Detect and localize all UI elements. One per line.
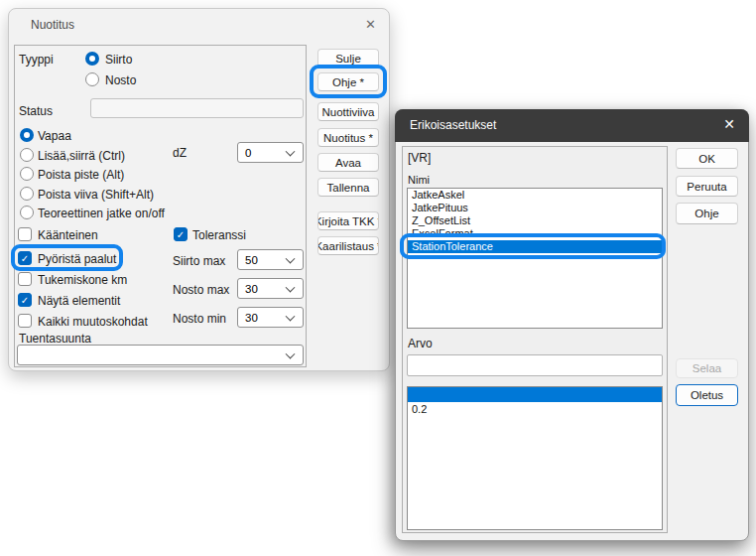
siirto-max-combobox[interactable]: 50 bbox=[237, 249, 304, 270]
arvo-input[interactable] bbox=[407, 354, 663, 376]
radio-teoreettinen-jatke-label: Teoreettinen jatke on/off bbox=[38, 207, 165, 220]
checkbox-nayta-elementit-label: Näytä elementit bbox=[38, 294, 120, 308]
radio-poista-piste-label: Poista piste (Alt) bbox=[38, 168, 124, 182]
list-item-selected[interactable]: StationTolerance bbox=[408, 240, 662, 253]
list-item[interactable]: ExcelFormat bbox=[408, 227, 662, 240]
tuentasuunta-combobox[interactable] bbox=[17, 345, 304, 365]
nuotitus-dialog: Nuotitus ✕ Tyyppi Siirto Nosto Status Va… bbox=[8, 8, 390, 371]
dialog-title: Nuotitus bbox=[31, 18, 74, 32]
ok-button[interactable]: OK bbox=[676, 148, 738, 169]
checkbox-tukemiskone-km[interactable] bbox=[18, 272, 32, 286]
checkbox-pyorista-paalut-label: Pyöristä paalut bbox=[38, 252, 116, 266]
dz-label: dZ bbox=[173, 146, 187, 160]
nosto-min-value: 30 bbox=[245, 312, 258, 324]
oletus-button[interactable]: Oletus bbox=[676, 384, 738, 406]
list-item-selected[interactable] bbox=[408, 387, 662, 402]
arvo-listbox[interactable]: 0.2 bbox=[407, 386, 663, 530]
close-icon[interactable]: ✕ bbox=[365, 17, 376, 32]
dz-value: 0 bbox=[245, 147, 251, 159]
checkbox-nayta-elementit[interactable]: ✓ bbox=[18, 293, 32, 307]
vr-section-label: [VR] bbox=[408, 151, 431, 165]
tallenna-button[interactable]: Tallenna bbox=[317, 178, 379, 197]
nuottiviiva-button[interactable]: Nuottiviiva bbox=[317, 102, 379, 121]
list-item[interactable]: JatkePituus bbox=[408, 202, 662, 214]
checkbox-pyorista-paalut[interactable]: ✓ bbox=[18, 251, 32, 265]
titlebar[interactable]: Erikoisasetukset ✕ bbox=[395, 109, 749, 142]
close-icon[interactable]: ✕ bbox=[723, 116, 735, 132]
chevron-down-icon bbox=[286, 311, 296, 321]
kaarilistaus-button[interactable]: Kaarilistaus * bbox=[317, 236, 379, 255]
chevron-down-icon bbox=[286, 348, 296, 358]
nimi-listbox[interactable]: JatkeAskel JatkePituus Z_OffsetList Exce… bbox=[407, 188, 663, 329]
checkbox-tukemiskone-km-label: Tukemiskone km bbox=[38, 273, 127, 287]
checkbox-kaikki-muutoskohdat-label: Kaikki muutoskohdat bbox=[38, 315, 148, 329]
erikoisasetukset-dialog: Erikoisasetukset ✕ [VR] Nimi JatkeAskel … bbox=[395, 109, 749, 541]
list-item[interactable]: Z_OffsetList bbox=[408, 214, 662, 227]
radio-nosto[interactable] bbox=[85, 72, 99, 86]
checkbox-kaanteinen[interactable] bbox=[18, 227, 32, 241]
tuentasuunta-label: Tuentasuunta bbox=[19, 332, 91, 346]
radio-siirto[interactable] bbox=[85, 52, 99, 66]
list-item[interactable]: 0.2 bbox=[408, 402, 662, 417]
chevron-down-icon bbox=[286, 282, 296, 292]
selaa-button: Selaa bbox=[676, 358, 738, 378]
check-icon: ✓ bbox=[177, 229, 185, 240]
siirto-max-label: Siirto max bbox=[173, 254, 225, 268]
chevron-down-icon bbox=[286, 146, 296, 156]
nuotitus-button[interactable]: Nuotitus * bbox=[317, 128, 379, 147]
radio-poista-viiva-label: Poista viiva (Shift+Alt) bbox=[38, 188, 154, 202]
nimi-label: Nimi bbox=[408, 174, 430, 186]
nosto-min-combobox[interactable]: 30 bbox=[237, 307, 304, 328]
checkbox-toleranssi-label: Toleranssi bbox=[192, 228, 246, 242]
peruuta-button[interactable]: Peruuta bbox=[676, 176, 738, 197]
radio-poista-piste[interactable] bbox=[20, 167, 34, 181]
radio-vapaa-label: Vapaa bbox=[38, 129, 71, 143]
list-item[interactable]: JatkeAskel bbox=[408, 189, 662, 202]
sulje-button[interactable]: Sulje bbox=[317, 49, 379, 68]
radio-siirto-label: Siirto bbox=[105, 53, 132, 67]
radio-lisaa-siirra[interactable] bbox=[20, 148, 34, 162]
radio-lisaa-siirra-label: Lisää,siirrä (Ctrl) bbox=[38, 149, 125, 163]
nosto-min-label: Nosto min bbox=[173, 312, 226, 326]
nosto-max-combobox[interactable]: 30 bbox=[237, 278, 304, 299]
checkbox-kaikki-muutoskohdat[interactable] bbox=[18, 314, 32, 328]
nosto-max-label: Nosto max bbox=[173, 283, 229, 297]
dialog-title: Erikoisasetukset bbox=[410, 118, 496, 132]
status-field[interactable] bbox=[90, 98, 304, 118]
nosto-max-value: 30 bbox=[245, 283, 258, 295]
tyyppi-label: Tyyppi bbox=[19, 53, 54, 67]
ohje-button[interactable]: Ohje * bbox=[317, 72, 379, 91]
radio-teoreettinen-jatke[interactable] bbox=[20, 206, 34, 219]
arvo-label: Arvo bbox=[408, 337, 433, 350]
status-label: Status bbox=[19, 104, 53, 118]
kirjoita-tkk-button[interactable]: Kirjoita TKK * bbox=[317, 211, 379, 230]
radio-nosto-label: Nosto bbox=[105, 73, 136, 87]
checkbox-toleranssi[interactable]: ✓ bbox=[174, 227, 188, 241]
ohje-button[interactable]: Ohje bbox=[676, 203, 738, 224]
radio-vapaa[interactable] bbox=[20, 128, 34, 142]
dz-combobox[interactable]: 0 bbox=[237, 142, 304, 163]
siirto-max-value: 50 bbox=[245, 254, 258, 266]
avaa-button[interactable]: Avaa bbox=[317, 153, 379, 172]
check-icon: ✓ bbox=[21, 253, 29, 264]
chevron-down-icon bbox=[286, 253, 296, 263]
checkbox-kaanteinen-label: Käänteinen bbox=[38, 228, 98, 242]
check-icon: ✓ bbox=[21, 295, 29, 306]
radio-poista-viiva[interactable] bbox=[20, 187, 34, 201]
